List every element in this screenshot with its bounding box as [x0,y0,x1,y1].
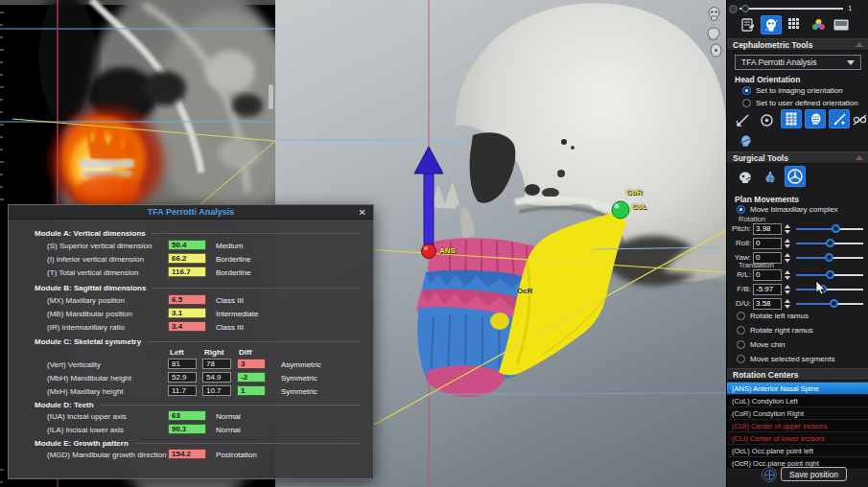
radio-move-chin[interactable]: Move chin [737,340,785,349]
center-item-col[interactable]: (CoL) Condylion Left [727,395,868,407]
pitch-slider[interactable] [796,228,863,230]
cephalometric-tools-header[interactable]: Cephalometric Tools [727,38,868,51]
fusion-overlay [52,109,163,213]
status-text: Asymmetric [281,360,321,369]
pitch-input[interactable]: 3.98 [753,223,782,235]
rotation-centers-header[interactable]: Rotation Centers [727,368,868,381]
status-text: Normal [216,412,241,421]
rl-input[interactable]: 0 [753,269,782,281]
roll-row: Roll: 0 [727,237,868,249]
status-text: Symmetric [281,374,317,383]
opacity-slider[interactable] [739,8,843,10]
cephalometric-analysis-icon[interactable] [761,15,782,35]
close-icon[interactable]: ✕ [359,207,366,218]
row-label: (ILA) Incisal lower axis [47,426,124,434]
row-label: (MbH) Mandibular height [47,374,131,383]
opacity-value: 1 [848,4,852,12]
center-item-ocl[interactable]: (OcL) Occ.plane point left [727,445,868,457]
module-b-title: Module B: Sagittal dimensions [35,284,361,292]
radio-user-defined-orientation[interactable]: Set to user defined orientation [742,99,858,107]
skull-view-icon[interactable] [705,6,722,21]
rl-stepper[interactable] [783,269,791,281]
module-c-title: Module C: Skeletal symmetry [35,337,361,346]
yaw-stepper[interactable] [783,252,791,264]
landmark-label-col: CoL [632,202,647,211]
surgical-tools-header[interactable]: Surgical Tools [727,151,868,164]
col-header-diff: Diff [239,348,251,357]
diff-value-box: 3 [237,359,266,369]
target-point-icon[interactable] [757,110,776,129]
trace-head-icon[interactable] [805,109,826,128]
grid-matrix-icon[interactable] [785,15,806,35]
radio-move-bimaxillary[interactable]: Move bimaxillary complex [737,205,838,214]
status-text: Borderline [216,255,250,264]
report-icon[interactable] [738,15,759,35]
right-sidebar: 1 Cephalometric Tools TFA Perrotti Analy… [726,0,868,487]
rl-row: R/L: 0 [727,268,868,281]
radio-rotate-left-ramus[interactable]: Rotate left ramus [737,312,809,320]
center-item-cui[interactable]: (CUI) Center of upper incisors [727,420,868,432]
du-slider[interactable] [796,303,863,305]
status-text: Postrotation [216,451,257,459]
rl-slider[interactable] [796,274,863,276]
head-view-icon[interactable] [704,26,721,41]
ct-scrollbar[interactable] [269,84,273,109]
value-box: 116.7 [168,267,206,277]
move-segments-icon[interactable] [785,166,806,187]
color-map-icon[interactable] [808,15,829,35]
left-value-box: 81 [168,359,197,369]
status-text: Borderline [216,268,250,277]
collapse-arrow-icon [856,155,863,160]
module-e-title: Module E: Growth pattern [35,439,361,448]
row-label: (IUA) Incisal upper axis [47,412,127,421]
value-box: 154.2 [168,449,206,459]
pitch-stepper[interactable] [783,223,791,235]
fb-slider[interactable] [796,289,863,290]
status-text: Class III [216,323,244,332]
module-a-title: Module A: Vertical dimensions [35,229,361,238]
slice-dot-view-icon[interactable] [707,42,724,58]
row-label: (S) Superior vertical dimension [47,242,152,250]
draw-probe-icon[interactable] [733,110,752,129]
value-box: 66.2 [168,253,206,264]
roll-stepper[interactable] [783,238,791,249]
radio-move-selected-segments[interactable]: Move selected segments [737,355,835,363]
center-item-cli[interactable]: (CLI) Center of lower incisors [727,432,868,445]
roll-slider[interactable] [796,243,863,244]
center-item-ans[interactable]: (ANS) Anterior Nasal Spine [727,383,868,395]
chevron-down-icon [847,60,855,65]
head-plane-icon[interactable] [735,131,756,151]
gizmo-toggle-icon[interactable] [762,467,777,482]
mesh-face-icon[interactable] [760,168,781,187]
center-item-cor[interactable]: (CoR) Condylion Right [727,407,868,420]
value-box: 3.1 [168,308,206,318]
opacity-knob-icon[interactable] [729,5,738,13]
row-label: (MxH) Maxillary height [47,387,124,396]
radio-rotate-right-ramus[interactable]: Rotate right ramus [737,326,813,335]
status-text: Normal [216,426,241,434]
du-stepper[interactable] [783,298,791,310]
osteotomy-skull-icon[interactable] [735,168,756,187]
value-box: 6.5 [168,294,206,305]
col-header-left: Left [170,348,184,357]
application-window: ANS CoR CoL OcR 1 [0,0,868,487]
hide-overlay-icon[interactable] [851,110,868,129]
dialog-title[interactable]: TFA Perrotti Analysis [9,205,373,220]
fb-input[interactable]: -5.97 [753,284,782,295]
edit-landmarks-icon[interactable] [829,109,850,128]
analysis-table-icon[interactable] [781,109,802,128]
du-input[interactable]: 3.58 [753,298,782,310]
collapse-arrow-icon [856,42,863,47]
plan-movements-title: Plan Movements [735,195,799,204]
value-box: 63 [168,410,206,421]
diff-value-box: -2 [237,372,266,383]
module-d-title: Module D: Teeth [35,401,361,409]
fb-stepper[interactable] [783,284,791,295]
save-position-button[interactable]: Save position [781,467,847,481]
analysis-type-dropdown[interactable]: TFA Perrotti Analysis [735,55,861,70]
radio-imaging-orientation[interactable]: Set to imaging orientation [742,86,843,95]
status-text: Class III [216,296,244,305]
roll-input[interactable]: 0 [753,238,782,249]
yaw-slider[interactable] [796,257,863,259]
layout-panel-icon[interactable] [831,15,852,35]
